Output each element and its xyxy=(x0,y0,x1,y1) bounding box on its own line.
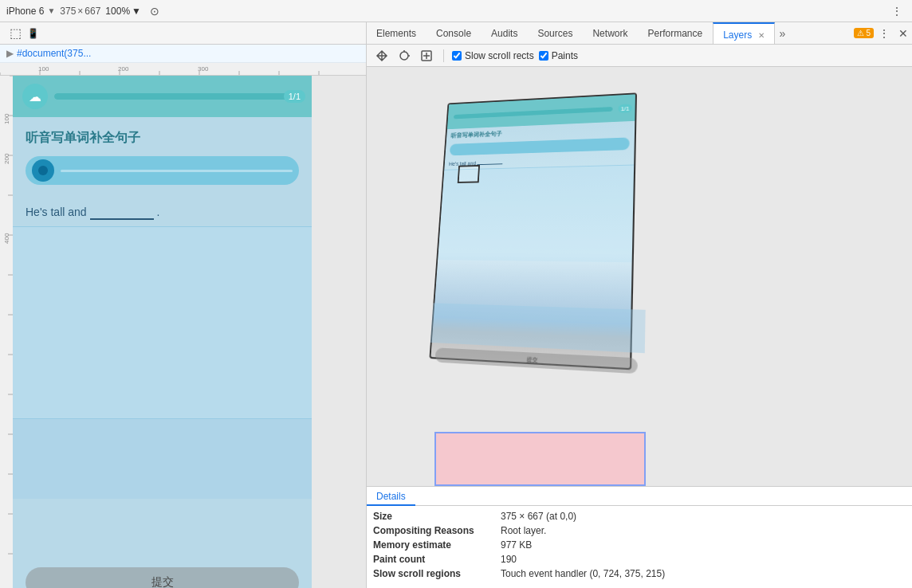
device-name: iPhone 6 xyxy=(6,6,44,17)
dimension-display: 375 × 667 xyxy=(60,6,100,17)
toolbar-divider xyxy=(443,49,444,62)
audio-timeline xyxy=(61,170,293,172)
submit-button[interactable]: 提交 xyxy=(26,567,299,588)
ruler-horizontal: 100 200 300 xyxy=(0,63,366,76)
tab-layers[interactable]: Layers ✕ xyxy=(713,22,774,45)
zoom-arrow: ▼ xyxy=(132,6,141,17)
play-button[interactable] xyxy=(32,159,54,182)
paint-count-value: 190 xyxy=(501,554,517,565)
selected-layer-indicator xyxy=(458,165,480,183)
size-label: Size xyxy=(373,511,501,522)
warning-badge: ⚠ 5 xyxy=(854,28,874,38)
right-panel: Elements Console Audits Sources Network … xyxy=(367,22,912,588)
bottom-section xyxy=(13,419,312,499)
tab-network[interactable]: Network xyxy=(583,22,638,45)
lp-progress-bar xyxy=(454,107,613,119)
device-arrow: ▼ xyxy=(47,6,55,15)
details-tab[interactable]: Details xyxy=(367,487,415,506)
layers-toolbar: Slow scroll rects Paints xyxy=(367,45,912,67)
svg-rect-0 xyxy=(0,63,354,76)
ruler-vertical: 100 200 400 xyxy=(0,76,13,588)
fill-blank-input[interactable] xyxy=(90,204,154,220)
size-value: 375 × 667 (at 0,0) xyxy=(501,511,576,522)
details-row-slow-scroll: Slow scroll regions Touch event handler … xyxy=(373,566,906,581)
lp-badge: 1/1 xyxy=(618,104,631,112)
play-icon xyxy=(38,166,48,175)
mobile-top-bar: ☁ 1/1 xyxy=(13,76,312,117)
rotate-icon[interactable]: ⊙ xyxy=(146,2,163,20)
progress-bar xyxy=(54,93,289,100)
zoom-selector[interactable]: 100% ▼ xyxy=(105,6,141,17)
devtools-close-button[interactable]: ✕ xyxy=(894,25,912,42)
progress-badge: 1/1 xyxy=(284,90,305,103)
tab-performance[interactable]: Performance xyxy=(638,22,713,45)
slow-scroll-toggle[interactable]: Slow scroll rects xyxy=(452,50,534,61)
memory-value: 977 KB xyxy=(501,539,532,551)
svg-text:100: 100 xyxy=(38,65,49,73)
svg-text:100: 100 xyxy=(3,113,10,124)
height-value: 667 xyxy=(85,6,100,17)
device-selector[interactable]: iPhone 6 ▼ xyxy=(6,6,55,17)
sentence-prefix: He's tall and xyxy=(26,206,87,218)
slow-scroll-regions-label: Slow scroll regions xyxy=(373,568,501,579)
sentence-area: He's tall and . xyxy=(13,198,312,226)
tab-console[interactable]: Console xyxy=(427,22,482,45)
tab-elements[interactable]: Elements xyxy=(367,22,427,45)
slow-scroll-regions-value: Touch event handler (0, 724, 375, 215) xyxy=(501,568,665,579)
tab-sources[interactable]: Sources xyxy=(528,22,583,45)
tree-toolbar: ⬚ 📱 xyxy=(0,22,366,45)
mobile-screen: ☁ 1/1 听音写单词补全句子 xyxy=(13,76,312,588)
paint-count-label: Paint count xyxy=(373,554,501,565)
rotate-tool-button[interactable] xyxy=(395,47,413,65)
lp-blank xyxy=(478,159,503,165)
phone-3d-frame: 1/1 听音写单词补全句子 He's tall and xyxy=(429,92,650,379)
device-toolbar: iPhone 6 ▼ 375 × 667 100% ▼ ⊙ ⋮ xyxy=(0,0,912,22)
audio-player[interactable] xyxy=(26,156,299,185)
dimension-sep: × xyxy=(77,6,83,17)
device-viewport: ☁ 1/1 听音写单词补全句子 xyxy=(13,76,366,588)
progress-fill xyxy=(54,93,289,100)
main-layout: ⬚ 📱 ▶ #document(375... xyxy=(0,22,912,588)
devtools-more-button[interactable]: ⋮ xyxy=(875,25,893,42)
tab-audits[interactable]: Audits xyxy=(482,22,528,45)
width-value: 375 xyxy=(60,6,76,17)
more-options-button[interactable]: ⋮ xyxy=(888,2,906,20)
details-row-memory: Memory estimate 977 KB xyxy=(373,538,906,552)
compositing-value: Root layer. xyxy=(501,525,546,536)
details-row-compositing: Compositing Reasons Root layer. xyxy=(373,523,906,538)
svg-text:300: 300 xyxy=(198,65,209,73)
phone-main-layer: 1/1 听音写单词补全句子 He's tall and xyxy=(429,92,637,370)
document-tree-item[interactable]: ▶ #document(375... xyxy=(0,45,366,63)
tree-expand-arrow: ▶ xyxy=(6,48,14,59)
tab-close-icon[interactable]: ✕ xyxy=(758,31,765,40)
details-content: Size 375 × 667 (at 0,0) Compositing Reas… xyxy=(367,506,912,584)
pan-tool-button[interactable] xyxy=(373,47,391,65)
svg-text:400: 400 xyxy=(3,233,10,244)
slow-scroll-checkbox[interactable] xyxy=(452,51,462,61)
device-mode-button[interactable]: 📱 xyxy=(24,25,41,42)
cloud-icon: ☁ xyxy=(22,84,48,109)
paints-toggle[interactable]: Paints xyxy=(539,50,578,61)
svg-rect-13 xyxy=(0,76,13,588)
mobile-title: 听音写单词补全句子 xyxy=(13,117,312,153)
phone-3d-container: 1/1 听音写单词补全句子 He's tall and xyxy=(430,91,646,370)
more-tabs-button[interactable]: » xyxy=(775,27,791,40)
lp-bottom-area xyxy=(430,303,637,353)
svg-point-31 xyxy=(400,52,408,60)
sentence-period: . xyxy=(157,206,160,218)
reset-transform-button[interactable] xyxy=(418,47,435,65)
layers-3d-view[interactable]: 1/1 听音写单词补全句子 He's tall and xyxy=(367,67,912,486)
inspect-element-button[interactable]: ⬚ xyxy=(6,25,24,42)
devtools-tabs: Elements Console Audits Sources Network … xyxy=(367,22,912,45)
paints-checkbox[interactable] xyxy=(539,51,548,61)
details-row-paint-count: Paint count 190 xyxy=(373,552,906,566)
slow-scroll-region xyxy=(434,432,646,486)
details-tabs: Details xyxy=(367,487,912,506)
devtools-header-icons: ⚠ 5 ⋮ ✕ xyxy=(851,25,912,42)
svg-text:200: 200 xyxy=(3,153,10,164)
left-panel: ⬚ 📱 ▶ #document(375... xyxy=(0,22,367,588)
zoom-value: 100% xyxy=(105,6,130,17)
svg-text:200: 200 xyxy=(118,65,129,73)
details-panel: Details Size 375 × 667 (at 0,0) Composit… xyxy=(367,486,912,588)
device-area: 100 200 300 xyxy=(0,63,366,588)
